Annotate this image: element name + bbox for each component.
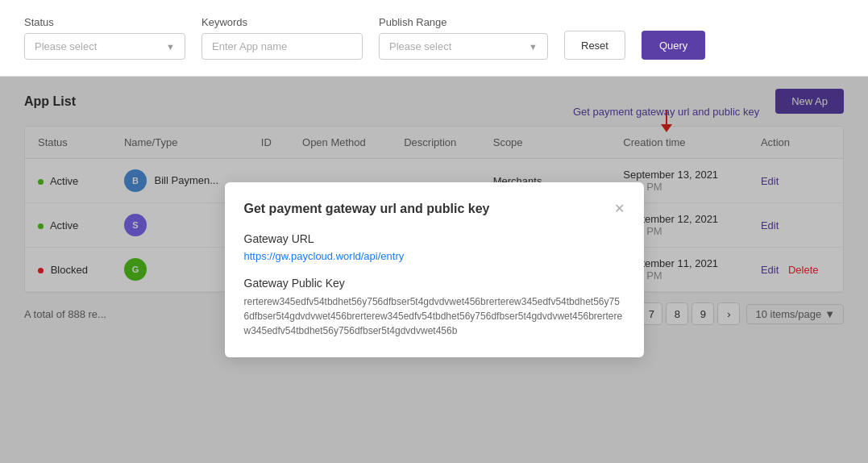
modal-close-button[interactable]: ✕ — [614, 202, 625, 215]
main-container: Status Please select ▼ Keywords Publish … — [0, 0, 868, 463]
filter-bar: Status Please select ▼ Keywords Publish … — [0, 0, 868, 77]
query-button[interactable]: Query — [642, 31, 705, 60]
content-area: App List Get payment gateway url and pub… — [0, 77, 868, 463]
publish-range-value: Please select — [389, 40, 451, 52]
modal-overlay[interactable]: Get payment gateway url and public key ✕… — [0, 77, 868, 463]
status-label: Status — [24, 16, 185, 28]
gateway-public-key-value: rerterew345edfv54tbdhet56y756dfbser5t4gd… — [244, 294, 625, 338]
modal-dialog: Get payment gateway url and public key ✕… — [225, 182, 644, 357]
publish-range-label: Publish Range — [379, 16, 548, 28]
modal-header: Get payment gateway url and public key ✕ — [244, 202, 625, 216]
publish-range-select[interactable]: Please select ▼ — [379, 33, 548, 60]
status-chevron-icon: ▼ — [166, 42, 175, 52]
modal-body: Gateway URL https://gw.paycloud.world/ap… — [244, 232, 625, 338]
status-select[interactable]: Please select ▼ — [24, 33, 185, 60]
gateway-url-value[interactable]: https://gw.paycloud.world/api/entry — [244, 250, 625, 262]
reset-button[interactable]: Reset — [564, 31, 625, 60]
gateway-url-label: Gateway URL — [244, 232, 625, 245]
status-select-value: Please select — [35, 40, 97, 52]
publish-range-chevron-icon: ▼ — [529, 42, 538, 52]
status-filter-group: Status Please select ▼ — [24, 16, 185, 60]
gateway-public-key-label: Gateway Public Key — [244, 277, 625, 290]
keywords-filter-group: Keywords — [201, 16, 363, 60]
keywords-input[interactable] — [201, 33, 363, 60]
publish-range-filter-group: Publish Range Please select ▼ — [379, 16, 548, 60]
modal-title: Get payment gateway url and public key — [244, 202, 490, 216]
keywords-label: Keywords — [201, 16, 363, 28]
